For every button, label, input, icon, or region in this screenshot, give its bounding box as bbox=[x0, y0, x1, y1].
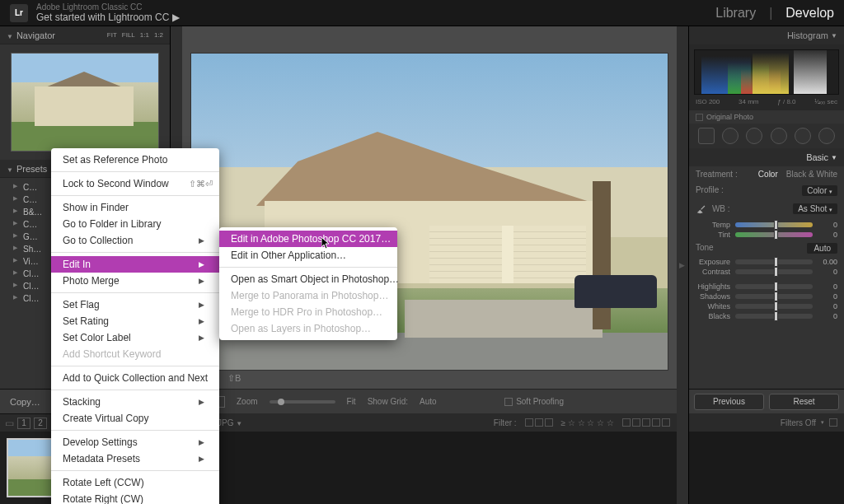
menu-add-quick[interactable]: Add to Quick Collection and Next⇧B bbox=[51, 370, 219, 386]
center-filmstrip[interactable] bbox=[182, 432, 677, 504]
radial-tool-icon[interactable] bbox=[795, 128, 811, 144]
lock-icon[interactable] bbox=[829, 418, 837, 427]
menu-add-shortcut: Add Shortcut Keyword bbox=[51, 346, 219, 362]
nav-fill[interactable]: FILL bbox=[122, 31, 135, 39]
module-library[interactable]: Library bbox=[715, 6, 756, 21]
highlights-value: 0 bbox=[818, 282, 837, 291]
histogram-meta: ISO 20034 mmƒ / 8.0¹⁄₄₀₀ sec bbox=[694, 96, 839, 105]
play-icon: ▶ bbox=[172, 12, 180, 23]
lightroom-logo: Lr bbox=[10, 4, 28, 22]
highlights-label: Highlights bbox=[696, 282, 730, 291]
exposure-value: 0.00 bbox=[818, 258, 837, 266]
profile-label: Profile : bbox=[696, 185, 724, 196]
wb-label: WB : bbox=[712, 204, 730, 213]
shadows-slider[interactable] bbox=[735, 294, 813, 299]
gradient-tool-icon[interactable] bbox=[771, 128, 787, 144]
menu-set-color[interactable]: Set Color Label▶ bbox=[51, 329, 219, 346]
treatment-label: Treatment : bbox=[696, 170, 738, 179]
top-bar: Lr Adobe Lightroom Classic CC Get starte… bbox=[0, 0, 844, 26]
tint-slider[interactable] bbox=[735, 232, 813, 237]
menu-go-collection[interactable]: Go to Collection▶ bbox=[51, 232, 219, 249]
navigator-header[interactable]: ▼Navigator FIT FILL 1:1 1:2 bbox=[0, 26, 170, 44]
filters-off-select[interactable]: Filters Off bbox=[781, 418, 816, 427]
menu-set-rating[interactable]: Set Rating▶ bbox=[51, 313, 219, 329]
right-expander[interactable]: ▶ bbox=[677, 26, 688, 504]
previous-button[interactable]: Previous bbox=[694, 394, 764, 410]
nav-1-2[interactable]: 1:2 bbox=[154, 31, 163, 39]
submenu-edit-other[interactable]: Edit in Other Application… bbox=[219, 247, 397, 264]
contrast-slider[interactable] bbox=[735, 269, 813, 274]
app-subtitle[interactable]: Get started with Lightroom CC ▶ bbox=[36, 12, 180, 23]
basic-panel-header[interactable]: Basic ▼ bbox=[689, 148, 844, 166]
soft-proofing-toggle[interactable]: Soft Proofing bbox=[504, 397, 564, 406]
zoom-slider[interactable] bbox=[270, 400, 335, 404]
fit-label: Fit bbox=[347, 397, 356, 406]
menu-photo-merge[interactable]: Photo Merge▶ bbox=[51, 273, 219, 289]
context-menu: Set as Reference Photo Lock to Second Wi… bbox=[51, 148, 219, 504]
shadows-value: 0 bbox=[818, 292, 837, 301]
showgrid-label: Show Grid: bbox=[368, 397, 408, 406]
temp-slider[interactable] bbox=[735, 222, 813, 227]
right-panel: Histogram ▼ ISO 20034 mmƒ / 8.0¹⁄₄₀₀ sec… bbox=[688, 26, 844, 504]
contrast-value: 0 bbox=[818, 268, 837, 276]
highlights-slider[interactable] bbox=[735, 284, 813, 289]
original-photo-toggle[interactable]: Original Photo bbox=[689, 110, 844, 124]
develop-toolbar: Zoom Fit Show Grid: Auto Soft Proofing bbox=[182, 389, 677, 413]
menu-edit-in[interactable]: Edit In▶ bbox=[51, 256, 219, 273]
display-tab-1[interactable]: 1 bbox=[17, 418, 30, 429]
menu-stacking[interactable]: Stacking▶ bbox=[51, 394, 219, 410]
histogram-header[interactable]: Histogram ▼ bbox=[689, 26, 844, 44]
submenu-edit-photoshop[interactable]: Edit in Adobe Photoshop CC 2017… bbox=[219, 231, 397, 247]
menu-virtual-copy[interactable]: Create Virtual Copy bbox=[51, 410, 219, 427]
menu-set-flag[interactable]: Set Flag▶ bbox=[51, 296, 219, 313]
menu-lock-second[interactable]: Lock to Second Window⇧⌘⏎ bbox=[51, 175, 219, 192]
nav-fit[interactable]: FIT bbox=[107, 31, 117, 39]
brush-tool-icon[interactable] bbox=[818, 128, 835, 144]
histogram-canvas[interactable] bbox=[694, 49, 839, 95]
exposure-label: Exposure bbox=[696, 258, 730, 266]
filter-label: Filter : bbox=[494, 418, 517, 427]
menu-go-folder[interactable]: Go to Folder in Library bbox=[51, 216, 219, 232]
filter-rating[interactable]: ≥ ☆ ☆ ☆ ☆ ☆ bbox=[561, 418, 614, 427]
temp-label: Temp bbox=[696, 221, 730, 229]
submenu-merge-hdr: Merge to HDR Pro in Photoshop… bbox=[219, 304, 397, 320]
nav-1-1[interactable]: 1:1 bbox=[140, 31, 149, 39]
filter-flags[interactable] bbox=[525, 418, 553, 427]
right-filmstrip[interactable] bbox=[689, 432, 844, 504]
treatment-bw[interactable]: Black & White bbox=[786, 170, 837, 179]
menu-rotate-ccw[interactable]: Rotate Left (CCW) bbox=[51, 474, 219, 491]
wb-select[interactable]: As Shot ▾ bbox=[793, 203, 837, 214]
spot-tool-icon[interactable] bbox=[722, 128, 738, 144]
treatment-color[interactable]: Color bbox=[758, 170, 778, 179]
profile-select[interactable]: Color ▾ bbox=[802, 185, 837, 196]
eyedropper-icon[interactable] bbox=[696, 203, 707, 214]
whites-slider[interactable] bbox=[735, 304, 813, 309]
menu-rotate-cw[interactable]: Rotate Right (CW) bbox=[51, 491, 219, 504]
menu-show-finder[interactable]: Show in Finder bbox=[51, 199, 219, 216]
contrast-label: Contrast bbox=[696, 268, 730, 276]
blacks-label: Blacks bbox=[696, 312, 730, 320]
submenu-smart-object[interactable]: Open as Smart Object in Photoshop… bbox=[219, 271, 397, 287]
filter-colors[interactable] bbox=[622, 418, 670, 427]
submenu-merge-panorama: Merge to Panorama in Photoshop… bbox=[219, 287, 397, 304]
zoom-label: Zoom bbox=[237, 397, 258, 406]
showgrid-value[interactable]: Auto bbox=[420, 397, 437, 406]
crop-tool-icon[interactable] bbox=[698, 128, 715, 144]
exposure-slider[interactable] bbox=[735, 259, 813, 264]
temp-value: 0 bbox=[818, 221, 837, 229]
reset-button[interactable]: Reset bbox=[769, 394, 839, 410]
redeye-tool-icon[interactable] bbox=[746, 128, 762, 144]
module-picker: Library | Develop bbox=[715, 6, 834, 21]
module-develop[interactable]: Develop bbox=[785, 6, 834, 21]
whites-label: Whites bbox=[696, 302, 730, 310]
menu-develop-settings[interactable]: Develop Settings▶ bbox=[51, 434, 219, 450]
menu-set-reference[interactable]: Set as Reference Photo bbox=[51, 152, 219, 168]
menu-metadata-presets[interactable]: Metadata Presets▶ bbox=[51, 450, 219, 467]
blacks-slider[interactable] bbox=[735, 314, 813, 319]
navigator-thumbnail[interactable] bbox=[11, 53, 159, 152]
app-title: Adobe Lightroom Classic CC bbox=[36, 2, 180, 12]
display-tab-2[interactable]: 2 bbox=[34, 418, 47, 429]
tool-strip bbox=[689, 124, 844, 148]
filter-bar: …ed /5.JPG ▼ Filter : ≥ ☆ ☆ ☆ ☆ ☆ bbox=[182, 413, 677, 432]
auto-tone-button[interactable]: Auto bbox=[807, 243, 837, 254]
